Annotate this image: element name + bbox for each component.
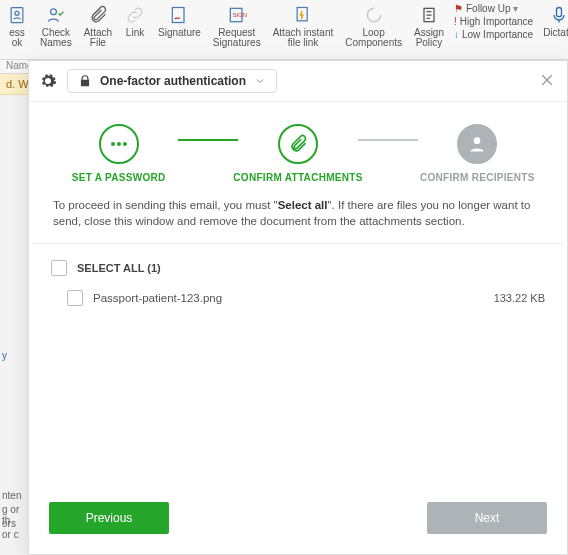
ribbon-item-request-signatures[interactable]: SIGN Request Signatures xyxy=(207,0,267,59)
flag-icon: ⚑ xyxy=(454,3,463,14)
gear-icon[interactable] xyxy=(39,72,57,90)
svg-rect-3 xyxy=(173,8,185,23)
close-button[interactable] xyxy=(539,72,557,90)
chevron-down-icon xyxy=(254,75,266,87)
select-all-label: SELECT ALL (1) xyxy=(77,262,161,274)
instruction-text: To proceed in sending this email, you mu… xyxy=(33,193,563,244)
svg-rect-8 xyxy=(556,8,561,17)
attachment-size: 133.22 KB xyxy=(494,292,545,304)
instant-link-icon xyxy=(292,4,314,26)
high-importance-tag[interactable]: !High Importance xyxy=(454,16,533,27)
microphone-icon xyxy=(548,4,568,26)
step-set-password: SET A PASSWORD xyxy=(49,124,188,183)
select-all-row[interactable]: SELECT ALL (1) xyxy=(49,254,547,282)
attachment-checkbox[interactable] xyxy=(67,290,83,306)
attachments-step-icon xyxy=(278,124,318,164)
password-step-icon xyxy=(99,124,139,164)
stepper: SET A PASSWORD CONFIRM ATTACHMENTS CONFI… xyxy=(29,102,567,193)
step-confirm-recipients: CONFIRM RECIPIENTS xyxy=(408,124,547,183)
dialog-header: One-factor authentication xyxy=(29,61,567,102)
ribbon-item-check-names[interactable]: Check Names xyxy=(34,0,78,59)
low-importance-tag[interactable]: ↓Low Importance xyxy=(454,29,533,40)
recipients-step-icon xyxy=(457,124,497,164)
link-icon xyxy=(124,4,146,26)
follow-up-tag[interactable]: ⚑Follow Up▾ xyxy=(454,3,533,14)
svg-text:SIGN: SIGN xyxy=(233,12,247,18)
svg-point-2 xyxy=(50,9,56,15)
ribbon-item-link: Link xyxy=(118,0,152,59)
ribbon-item-dictate[interactable]: Dictate xyxy=(537,0,568,59)
lock-icon xyxy=(78,74,92,88)
ribbon-item-loop: Loop Components xyxy=(339,0,408,59)
paperclip-icon xyxy=(87,4,109,26)
auth-label: One-factor authentication xyxy=(100,74,246,88)
svg-point-10 xyxy=(111,142,115,146)
outlook-ribbon: ess ok Check Names Attach File Link Sign… xyxy=(0,0,568,60)
ribbon-tags: ⚑Follow Up▾ !High Importance ↓Low Import… xyxy=(450,0,537,59)
stepper-bar-2 xyxy=(358,139,418,141)
ribbon-item-assign-policy[interactable]: Assign Policy xyxy=(408,0,450,59)
assign-policy-icon xyxy=(418,4,440,26)
svg-point-12 xyxy=(123,142,127,146)
select-all-checkbox[interactable] xyxy=(51,260,67,276)
svg-point-11 xyxy=(117,142,121,146)
ribbon-item-signature[interactable]: Signature xyxy=(152,0,207,59)
address-book-icon xyxy=(6,4,28,26)
next-button[interactable]: Next xyxy=(427,502,547,534)
request-signatures-icon: SIGN xyxy=(226,4,248,26)
attachment-filename: Passport-patient-123.png xyxy=(93,292,222,304)
step-confirm-attachments: CONFIRM ATTACHMENTS xyxy=(228,124,367,183)
low-importance-icon: ↓ xyxy=(454,29,459,40)
background-fragments: y ntende g or th ors or c xyxy=(0,90,22,555)
ribbon-item-address-book[interactable]: ess ok xyxy=(0,0,34,59)
stepper-bar-1 xyxy=(178,139,238,141)
dialog-footer: Previous Next xyxy=(29,482,567,554)
ribbon-item-attach-instant-link[interactable]: Attach instant file link xyxy=(267,0,340,59)
svg-point-13 xyxy=(474,137,481,144)
ribbon-item-attach-file[interactable]: Attach File xyxy=(78,0,118,59)
signature-icon xyxy=(168,4,190,26)
attachment-row[interactable]: Passport-patient-123.png 133.22 KB xyxy=(49,282,547,314)
attachments-list: SELECT ALL (1) Passport-patient-123.png … xyxy=(29,244,567,324)
high-importance-icon: ! xyxy=(454,16,457,27)
chevron-down-icon: ▾ xyxy=(513,3,518,14)
svg-point-1 xyxy=(15,11,19,15)
previous-button[interactable]: Previous xyxy=(49,502,169,534)
auth-dropdown[interactable]: One-factor authentication xyxy=(67,69,277,93)
svg-rect-6 xyxy=(297,8,307,21)
loop-icon xyxy=(363,4,385,26)
confirm-attachments-dialog: One-factor authentication SET A PASSWORD… xyxy=(28,60,568,555)
check-names-icon xyxy=(45,4,67,26)
